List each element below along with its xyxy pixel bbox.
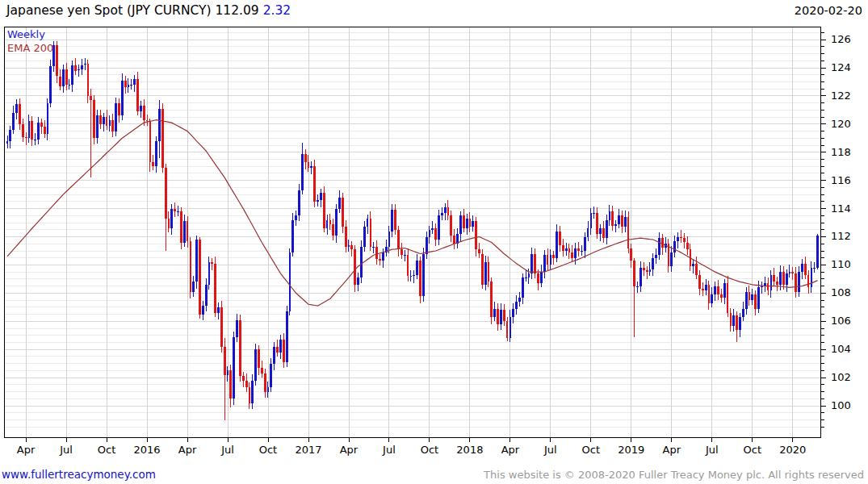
x-axis-label: Apr (8, 444, 44, 456)
timeframe-label: Weekly (7, 28, 45, 40)
x-axis-label: 2017 (291, 444, 326, 456)
chart-date: 2020-02-20 (795, 4, 862, 17)
chart-title: Japanese yen Spot (JPY CURNCY) 112.09 2.… (6, 3, 291, 18)
x-axis-label: 2020 (775, 444, 811, 456)
x-axis-label: Apr (170, 444, 205, 456)
x-axis-label: Jul (210, 444, 245, 456)
y-axis-label: 118 (831, 146, 865, 159)
x-axis-label: Apr (654, 444, 690, 456)
y-axis-label: 126 (831, 33, 865, 46)
price-chart[interactable] (4, 27, 821, 438)
copyright-text: This website is © 2008-2020 Fuller Treac… (484, 469, 864, 481)
candlestick-svg[interactable] (4, 27, 821, 438)
x-axis-label: Jul (533, 444, 568, 456)
x-axis-label: 2019 (614, 444, 649, 456)
chart-page: Japanese yen Spot (JPY CURNCY) 112.09 2.… (0, 0, 868, 484)
x-axis-label: Jul (371, 444, 407, 456)
x-axis-label: Jul (694, 444, 730, 456)
y-axis-label: 104 (831, 343, 865, 356)
y-axis-label: 116 (831, 174, 865, 187)
x-axis-label: 2018 (452, 444, 488, 456)
x-axis-label: Oct (412, 444, 447, 456)
footer: www.fullertreacymoney.com This website i… (2, 466, 864, 482)
instrument-and-price: Japanese yen Spot (JPY CURNCY) 112.09 (6, 3, 259, 18)
ema-label: EMA 200 (7, 42, 53, 54)
x-axis-label: Oct (89, 444, 124, 456)
x-axis-label: Jul (48, 444, 84, 456)
website-link[interactable]: www.fullertreacymoney.com (2, 468, 156, 481)
y-axis-label: 122 (831, 90, 865, 102)
x-axis-label: Apr (493, 444, 528, 456)
y-axis-label: 102 (831, 371, 865, 384)
y-axis-label: 112 (831, 230, 865, 243)
y-axis-label: 120 (831, 118, 865, 131)
x-axis-label: Apr (331, 444, 367, 456)
y-axis-label: 110 (831, 258, 865, 271)
y-axis-label: 100 (831, 399, 865, 412)
y-axis-label: 114 (831, 202, 865, 215)
y-axis-label: 124 (831, 61, 865, 74)
ema-line (7, 120, 818, 307)
gridlines (4, 27, 821, 438)
x-axis-label: 2016 (129, 444, 165, 456)
x-axis-label: Oct (735, 444, 770, 456)
x-axis-label: Oct (250, 444, 286, 456)
y-axis-label: 108 (831, 286, 865, 299)
title-bar: Japanese yen Spot (JPY CURNCY) 112.09 2.… (0, 0, 868, 24)
price-change: 2.32 (263, 3, 291, 18)
y-axis-label: 106 (831, 315, 865, 328)
x-axis-label: Oct (573, 444, 609, 456)
candles (6, 41, 819, 420)
